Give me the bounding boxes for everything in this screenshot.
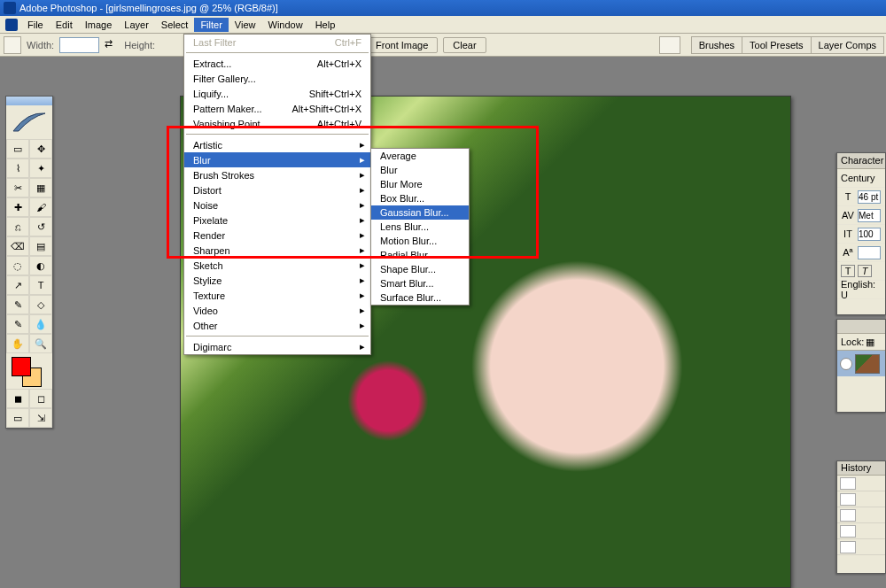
menu-image[interactable]: Image [79, 18, 119, 32]
width-input[interactable] [59, 37, 99, 53]
menuitem-other[interactable]: Other▸ [184, 318, 370, 333]
vscale-input[interactable] [858, 228, 881, 241]
notes-tool[interactable]: ✎ [6, 314, 29, 334]
history-state[interactable] [837, 476, 885, 491]
slice-tool[interactable]: ▦ [29, 178, 52, 197]
menuitem-noise[interactable]: Noise▸ [184, 197, 370, 213]
screen-mode-icon[interactable]: ▭ [6, 408, 29, 428]
menu-layer[interactable]: Layer [118, 18, 155, 32]
visibility-icon[interactable] [840, 358, 852, 370]
type-style-italic-icon[interactable]: T [858, 265, 872, 277]
menu-view[interactable]: View [229, 18, 262, 32]
shape-tool[interactable]: ◇ [29, 295, 52, 314]
front-image-button[interactable]: Front Image [366, 37, 438, 53]
foreground-color[interactable] [12, 357, 31, 376]
toolbox-grip[interactable] [6, 97, 52, 105]
kerning-input[interactable] [858, 209, 881, 222]
blur-tool[interactable]: ◌ [6, 256, 29, 275]
hand-tool[interactable]: ✋ [6, 334, 29, 353]
pen-tool[interactable]: ✎ [6, 295, 29, 314]
menuitem-brush-strokes[interactable]: Brush Strokes▸ [184, 167, 370, 182]
submenuitem-shape-blur-[interactable]: Shape Blur... [371, 262, 469, 276]
layer-row[interactable] [837, 350, 885, 376]
clear-button[interactable]: Clear [443, 37, 486, 53]
healing-tool[interactable]: ✚ [6, 197, 29, 217]
swap-icon[interactable]: ⇄ [105, 38, 119, 52]
menuitem-distort[interactable]: Distort▸ [184, 182, 370, 197]
menu-help[interactable]: Help [309, 18, 342, 32]
menu-edit[interactable]: Edit [50, 18, 79, 32]
tab-layer-comps[interactable]: Layer Comps [812, 37, 883, 53]
eyedropper-tool[interactable]: 💧 [29, 314, 52, 334]
tab-brushes[interactable]: Brushes [692, 37, 742, 53]
submenuitem-lens-blur-[interactable]: Lens Blur... [371, 220, 469, 234]
menuitem-last-filter: Last FilterCtrl+F [184, 35, 370, 50]
submenuitem-gaussian-blur-[interactable]: Gaussian Blur... [371, 205, 469, 220]
jump-to-icon[interactable]: ⇲ [29, 408, 52, 428]
stamp-tool[interactable]: ⎌ [6, 217, 29, 236]
standard-mode-icon[interactable]: ◼ [6, 389, 29, 408]
menuitem-filter-gallery-[interactable]: Filter Gallery... [184, 71, 370, 86]
submenuitem-average[interactable]: Average [371, 149, 469, 163]
quickmask-mode-icon[interactable]: ◻ [29, 389, 52, 408]
menuitem-sketch[interactable]: Sketch▸ [184, 258, 370, 273]
zoom-tool[interactable]: 🔍 [29, 334, 52, 353]
brush-tool[interactable]: 🖌 [29, 197, 52, 217]
menuitem-pixelate[interactable]: Pixelate▸ [184, 213, 370, 228]
submenuitem-box-blur-[interactable]: Box Blur... [371, 191, 469, 205]
type-style-bold-icon[interactable]: T [841, 265, 855, 277]
menuitem-stylize[interactable]: Stylize▸ [184, 273, 370, 288]
menuitem-liquify-[interactable]: Liquify...Shift+Ctrl+X [184, 86, 370, 101]
history-state[interactable] [837, 507, 885, 523]
submenuitem-blur-more[interactable]: Blur More [371, 177, 469, 191]
layer-thumbnail[interactable] [855, 354, 880, 374]
font-family-field[interactable]: Century [841, 173, 875, 183]
menuitem-artistic[interactable]: Artistic▸ [184, 137, 370, 152]
submenuitem-surface-blur-[interactable]: Surface Blur... [371, 290, 469, 305]
character-panel[interactable]: Character Century T AV IT Aª T T English… [836, 152, 886, 315]
baseline-input[interactable] [858, 246, 881, 259]
history-brush-tool[interactable]: ↺ [29, 217, 52, 236]
menuitem-sharpen[interactable]: Sharpen▸ [184, 243, 370, 258]
menuitem-blur[interactable]: Blur▸ [184, 152, 370, 167]
crop-tool-icon[interactable] [4, 36, 21, 54]
tab-tool-presets[interactable]: Tool Presets [742, 37, 812, 53]
history-state[interactable] [837, 539, 885, 555]
dodge-tool[interactable]: ◐ [29, 256, 52, 275]
menuitem-render[interactable]: Render▸ [184, 228, 370, 243]
menuitem-video[interactable]: Video▸ [184, 303, 370, 318]
path-tool[interactable]: ↗ [6, 275, 29, 295]
crop-tool[interactable]: ✂ [6, 178, 29, 197]
wand-tool[interactable]: ✦ [29, 159, 52, 178]
lasso-tool[interactable]: ⌇ [6, 159, 29, 178]
character-tab[interactable]: Character [837, 153, 885, 169]
submenuitem-motion-blur-[interactable]: Motion Blur... [371, 234, 469, 248]
submenuitem-blur[interactable]: Blur [371, 163, 469, 177]
color-swatches[interactable] [6, 353, 52, 389]
menuitem-extract-[interactable]: Extract...Alt+Ctrl+X [184, 56, 370, 71]
history-state[interactable] [837, 523, 885, 539]
palette-well-button[interactable] [659, 36, 680, 54]
eraser-tool[interactable]: ⌫ [6, 236, 29, 256]
menu-select[interactable]: Select [155, 18, 195, 32]
history-panel[interactable]: History [836, 460, 886, 574]
menu-filter[interactable]: Filter [194, 18, 228, 32]
menuitem-pattern-maker-[interactable]: Pattern Maker...Alt+Shift+Ctrl+X [184, 101, 370, 116]
lock-pixels-icon[interactable]: ▦ [866, 337, 874, 348]
history-tab[interactable]: History [837, 461, 885, 476]
language-field[interactable]: English: U [841, 279, 882, 300]
font-size-input[interactable] [858, 190, 881, 204]
menuitem-texture[interactable]: Texture▸ [184, 288, 370, 303]
history-state[interactable] [837, 491, 885, 507]
layers-panel[interactable]: Lock: ▦ [836, 319, 886, 413]
marquee-tool[interactable]: ▭ [6, 139, 29, 159]
menuitem-vanishing-point-[interactable]: Vanishing Point...Alt+Ctrl+V [184, 116, 370, 131]
submenuitem-smart-blur-[interactable]: Smart Blur... [371, 276, 469, 290]
menu-file[interactable]: File [21, 18, 50, 32]
menuitem-digimarc[interactable]: Digimarc▸ [184, 339, 370, 354]
move-tool[interactable]: ✥ [29, 139, 52, 159]
type-tool[interactable]: T [29, 275, 52, 295]
gradient-tool[interactable]: ▤ [29, 236, 52, 256]
submenuitem-radial-blur-[interactable]: Radial Blur... [371, 248, 469, 262]
menu-window[interactable]: Window [262, 18, 309, 32]
